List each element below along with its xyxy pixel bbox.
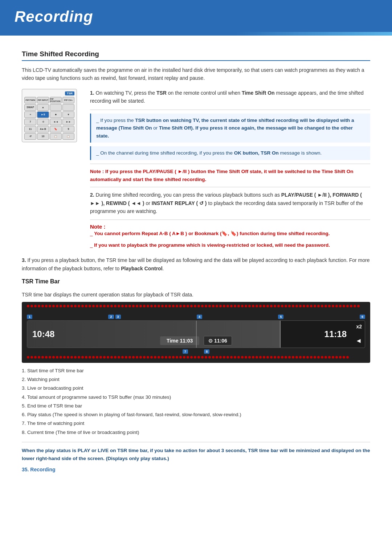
- dot: [118, 356, 120, 358]
- tsr-on-bold: TSR On: [261, 150, 279, 156]
- dot: [194, 356, 196, 358]
- step-1: 1. On watching TV, press the TSR on the …: [90, 89, 370, 105]
- dot: [205, 305, 207, 307]
- tsr-bar-description: TSR time bar displays the current operat…: [22, 291, 370, 299]
- dot: [132, 305, 135, 307]
- timeshift-off-bold: Time Shift Off: [159, 125, 191, 131]
- dot: [78, 305, 80, 307]
- info-box-1: _ If you press the TSR button on watchin…: [90, 114, 370, 143]
- dot: [303, 305, 305, 307]
- legend-item-1: 1. Start time of TSR time bar: [22, 366, 370, 375]
- dot: [248, 356, 251, 358]
- tsr-bottom-markers: 7 8: [27, 349, 365, 354]
- dot: [241, 305, 244, 307]
- tsr-time-right: 11:18: [324, 329, 347, 339]
- dot: [277, 305, 280, 307]
- dot: [295, 305, 298, 307]
- divider-4: [90, 220, 370, 220]
- dot: [92, 356, 95, 358]
- dot: [45, 356, 48, 358]
- dot: [354, 305, 356, 307]
- dot: [165, 305, 167, 307]
- dot: [339, 305, 342, 307]
- accent-bar: [0, 32, 392, 36]
- num9-btn: 9: [62, 126, 74, 132]
- dot: [194, 305, 196, 307]
- dot: [223, 305, 225, 307]
- tsr-bar-visual: 1 2 3 4 5 6 10:48 11:18: [22, 302, 370, 363]
- dot: [67, 305, 69, 307]
- dot: [41, 356, 44, 358]
- step-2: 2. During time shifted recording, you ca…: [90, 191, 370, 215]
- dot: [30, 356, 33, 358]
- pip-ch-btn: PIP CH+: [62, 97, 74, 103]
- dot: [332, 305, 334, 307]
- dot: [295, 356, 298, 358]
- note-item-1: _ You cannot perform Repeat A-B ( A►B ) …: [90, 230, 370, 238]
- tsr-label: TSR: [65, 91, 74, 95]
- fwd-btn: ►►: [62, 119, 74, 125]
- info-box-2: _ On the channel during time shifted rec…: [90, 146, 370, 160]
- dot: [230, 356, 233, 358]
- dot: [60, 305, 62, 307]
- dot: [150, 305, 153, 307]
- dot: [259, 305, 262, 307]
- empty1: [50, 104, 62, 111]
- dot: [107, 356, 109, 358]
- tsr-clock-badge: ⊙ 11:06: [204, 336, 232, 345]
- rew-btn: ◄◄: [50, 119, 62, 125]
- section-title: Time Shifted Recording: [22, 50, 370, 61]
- swap-btn: SWAP: [24, 104, 36, 111]
- page-title: Recording: [15, 8, 377, 25]
- pip-position-btn: PIP POSITION: [50, 97, 62, 103]
- dot: [45, 305, 48, 307]
- dot: [136, 356, 138, 358]
- dot: [328, 356, 331, 358]
- tsr-section: TSR Time Bar TSR time bar displays the c…: [22, 278, 370, 437]
- dot: [99, 356, 102, 358]
- timeshift-on-keyword: Time Shift On: [242, 90, 275, 96]
- play-pause-btn: ►II: [37, 111, 49, 118]
- tsr-dots-bottom: [27, 356, 365, 358]
- step-3-num: 3.: [22, 257, 26, 263]
- dot: [183, 356, 185, 358]
- dot: [168, 305, 171, 307]
- dot: [172, 356, 175, 358]
- dot: [38, 305, 40, 307]
- dot: [89, 356, 91, 358]
- tsr-progress-fill: [27, 321, 281, 348]
- dot: [256, 356, 258, 358]
- dot: [256, 305, 258, 307]
- dot: [234, 305, 236, 307]
- dot: [139, 305, 142, 307]
- up-btn: ▲: [37, 104, 49, 111]
- dot: [245, 356, 247, 358]
- dot: [121, 356, 124, 358]
- dot: [197, 305, 200, 307]
- dot: [285, 305, 287, 307]
- dot: [277, 356, 280, 358]
- dot: [118, 305, 120, 307]
- dot: [154, 305, 156, 307]
- dot: [350, 305, 352, 307]
- dot: [212, 356, 215, 358]
- dot: [241, 356, 244, 358]
- tsr-time-badge: Time 11:03: [160, 336, 199, 345]
- content-area: TSR PIP/TWIN PIP INPUT PIP POSITION PIP …: [22, 89, 370, 253]
- dot: [158, 356, 160, 358]
- ab-btn: A►B: [37, 126, 49, 132]
- dot: [321, 305, 323, 307]
- dot: [201, 305, 204, 307]
- dot: [85, 305, 87, 307]
- note-section-title: Note :: [90, 224, 370, 230]
- dot: [81, 305, 84, 307]
- tsr-keyword: TSR: [156, 90, 167, 96]
- dot: [136, 305, 138, 307]
- dot: [270, 356, 273, 358]
- step-3: 3. If you press a playback button, the T…: [22, 256, 370, 272]
- dot: [357, 305, 360, 307]
- dot: [285, 356, 287, 358]
- tsr-dots-top: [27, 305, 365, 307]
- dot: [310, 356, 313, 358]
- dot: [197, 356, 200, 358]
